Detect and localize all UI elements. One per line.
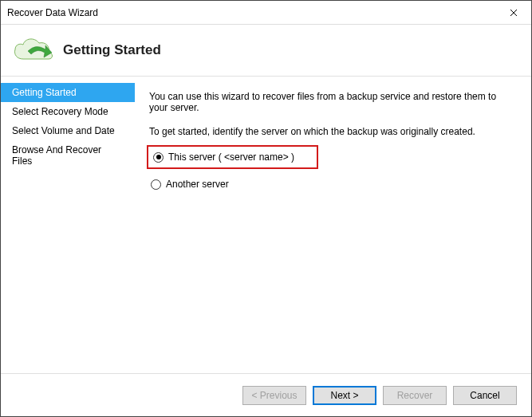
sidebar-item-label: Getting Started	[12, 87, 77, 98]
previous-button[interactable]: < Previous	[242, 386, 306, 405]
next-button[interactable]: Next >	[313, 386, 376, 405]
wizard-window: Recover Data Wizard Getting Started Gett…	[0, 0, 532, 417]
radio-icon	[153, 152, 164, 163]
radio-option-this-server[interactable]: This server ( <server name> )	[152, 148, 294, 166]
wizard-footer: < Previous Next > Recover Cancel	[1, 373, 531, 416]
recover-button[interactable]: Recover	[383, 386, 447, 405]
radio-option-another-server[interactable]: Another server	[149, 175, 517, 193]
sidebar: Getting Started Select Recovery Mode Sel…	[1, 77, 135, 373]
titlebar: Recover Data Wizard	[1, 1, 531, 25]
cancel-button[interactable]: Cancel	[453, 386, 517, 405]
sidebar-item-volume-date[interactable]: Select Volume and Date	[1, 121, 135, 140]
close-icon	[510, 9, 518, 17]
sidebar-item-browse-recover[interactable]: Browse And Recover Files	[1, 140, 135, 171]
window-title: Recover Data Wizard	[7, 7, 98, 18]
wizard-header: Getting Started	[1, 25, 531, 77]
cloud-recover-icon	[12, 35, 52, 65]
sidebar-item-getting-started[interactable]: Getting Started	[1, 83, 135, 102]
radio-icon	[151, 179, 161, 190]
radio-label: This server ( <server name> )	[168, 151, 294, 163]
subhead-text: To get started, identify the server on w…	[149, 126, 517, 137]
main-panel: You can use this wizard to recover files…	[135, 77, 531, 373]
page-title: Getting Started	[63, 42, 161, 58]
sidebar-item-label: Browse And Recover Files	[12, 144, 101, 167]
close-button[interactable]	[495, 1, 531, 25]
radio-label: Another server	[166, 179, 229, 190]
sidebar-item-label: Select Volume and Date	[12, 125, 115, 136]
sidebar-item-recovery-mode[interactable]: Select Recovery Mode	[1, 102, 135, 121]
wizard-body: Getting Started Select Recovery Mode Sel…	[1, 77, 531, 373]
sidebar-item-label: Select Recovery Mode	[12, 106, 108, 117]
highlight-annotation: This server ( <server name> )	[147, 145, 318, 169]
intro-text: You can use this wizard to recover files…	[149, 91, 517, 113]
